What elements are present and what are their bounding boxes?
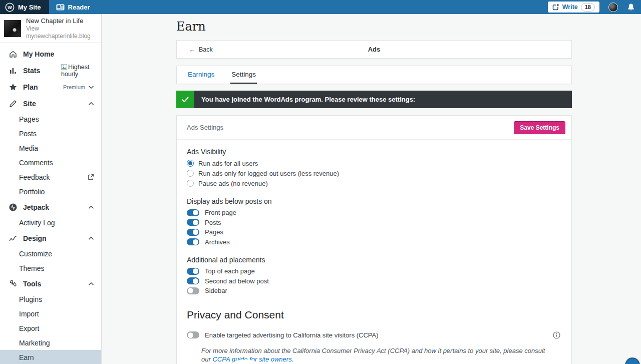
my-site-button[interactable]: W My Site xyxy=(0,0,49,14)
toggle-sidebar[interactable]: Sidebar xyxy=(187,286,560,296)
chevron-down-icon xyxy=(88,85,94,89)
chevron-up-icon xyxy=(88,205,94,209)
checkmark-icon xyxy=(176,91,194,108)
toggle-switch xyxy=(187,219,199,226)
sidebar-item-feedback[interactable]: Feedback xyxy=(0,170,101,184)
radio-icon xyxy=(187,170,194,177)
sidebar-item-tools[interactable]: Tools xyxy=(0,275,101,292)
notifications-bell-icon[interactable] xyxy=(627,3,635,12)
display-ads-group: Display ads below posts on Front page Po… xyxy=(187,197,560,247)
toggle-pages[interactable]: Pages xyxy=(187,227,560,237)
success-notice: You have joined the WordAds program. Ple… xyxy=(176,91,572,108)
additional-placements-group: Additional ad placements Top of each pag… xyxy=(187,256,560,296)
back-button[interactable]: ← Back xyxy=(189,46,213,53)
ads-header-bar: Ads ← Back xyxy=(176,40,572,59)
tab-earnings[interactable]: Earnings xyxy=(187,66,215,84)
sidebar-item-activity-log[interactable]: Activity Log xyxy=(0,215,101,230)
reader-label: Reader xyxy=(68,4,90,11)
site-thumbnail xyxy=(4,20,21,37)
toggle-switch xyxy=(187,229,199,236)
sidebar-item-themes[interactable]: Themes xyxy=(0,261,101,275)
toggle-front-page[interactable]: Front page xyxy=(187,208,560,218)
ads-tabs: Earnings Settings xyxy=(176,66,572,84)
stats-broken-image-badge: Highest hourly xyxy=(61,64,94,78)
sidebar-item-import[interactable]: Import xyxy=(0,306,101,321)
brush-icon xyxy=(8,234,18,243)
back-arrow-icon: ← xyxy=(189,46,196,53)
write-button[interactable]: Write 18 xyxy=(548,2,599,13)
section-label: Ads xyxy=(177,46,571,53)
toggle-top-of-each-page[interactable]: Top of each page xyxy=(187,266,560,276)
toggle-ccpa[interactable]: Enable targeted advertising to Californi… xyxy=(187,330,560,340)
sidebar-item-marketing[interactable]: Marketing xyxy=(0,335,101,350)
write-count-badge: 18 xyxy=(581,3,595,12)
toggle-switch xyxy=(187,277,199,284)
sidebar-item-plan[interactable]: Plan Premium xyxy=(0,79,101,95)
toggle-posts[interactable]: Posts xyxy=(187,218,560,228)
masthead: W My Site Reader Write 18 xyxy=(0,0,641,14)
sidebar-item-export[interactable]: Export xyxy=(0,321,101,335)
chevron-up-icon xyxy=(88,236,94,240)
pencil-icon xyxy=(8,99,18,108)
sidebar-item-jetpack[interactable]: Jetpack xyxy=(0,199,101,215)
sidebar-item-portfolio[interactable]: Portfolio xyxy=(0,184,101,199)
reader-button[interactable]: Reader xyxy=(49,0,97,14)
radio-pause-ads[interactable]: Pause ads (no revenue) xyxy=(187,178,560,188)
sidebar-item-earn[interactable]: Earn xyxy=(0,350,101,364)
sidebar-item-posts[interactable]: Posts xyxy=(0,126,101,141)
toggle-switch xyxy=(187,287,199,294)
toggle-switch xyxy=(187,268,199,275)
chevron-up-icon xyxy=(88,102,94,106)
home-icon xyxy=(8,50,18,59)
radio-icon xyxy=(187,180,194,187)
site-name: New Chapter in Life xyxy=(26,17,97,25)
avatar[interactable] xyxy=(608,3,618,12)
sidebar-item-my-home[interactable]: My Home xyxy=(0,46,101,62)
star-icon xyxy=(8,83,18,92)
card-title: Ads Settings xyxy=(187,124,223,131)
site-switcher[interactable]: New Chapter in Life View mynewchapterinl… xyxy=(0,14,101,43)
radio-run-ads-all-users[interactable]: Run ads for all users xyxy=(187,158,560,168)
sidebar-nav: My Home Stats Highest hourly Plan Premiu… xyxy=(0,43,101,364)
radio-icon xyxy=(187,160,194,167)
jetpack-icon xyxy=(8,203,18,212)
external-link-icon xyxy=(88,174,94,180)
chevron-up-icon xyxy=(88,282,94,286)
tab-settings[interactable]: Settings xyxy=(230,66,257,84)
toggle-switch xyxy=(187,238,199,245)
toggle-switch xyxy=(187,209,199,216)
notice-text: You have joined the WordAds program. Ple… xyxy=(194,91,422,108)
wrench-icon xyxy=(8,279,18,288)
toggle-archives[interactable]: Archives xyxy=(187,237,560,247)
site-url: View mynewchapterinlife.blog xyxy=(26,25,97,40)
sidebar-item-site[interactable]: Site xyxy=(0,95,101,112)
write-label: Write xyxy=(562,4,578,11)
write-icon xyxy=(552,4,559,11)
info-icon[interactable] xyxy=(553,331,560,339)
svg-text:W: W xyxy=(8,5,12,10)
ads-settings-card: Ads Settings Save Settings Ads Visibilit… xyxy=(176,115,572,364)
wordpress-logo-icon: W xyxy=(5,3,15,12)
page-title: Earn xyxy=(176,20,572,34)
sidebar-item-customize[interactable]: Customize xyxy=(0,246,101,261)
sidebar-item-pages[interactable]: Pages xyxy=(0,112,101,126)
sidebar-item-stats[interactable]: Stats Highest hourly xyxy=(0,62,101,79)
reader-icon xyxy=(56,4,65,11)
sidebar-item-plugins[interactable]: Plugins xyxy=(0,292,101,306)
stats-icon xyxy=(8,66,18,75)
toggle-switch xyxy=(187,331,199,338)
main-content: Earn Ads ← Back Earnings Settings You ha… xyxy=(102,14,641,364)
sidebar-item-comments[interactable]: Comments xyxy=(0,155,101,170)
sidebar-item-media[interactable]: Media xyxy=(0,141,101,155)
ccpa-toggle-row: Enable targeted advertising to Californi… xyxy=(187,330,560,340)
toggle-second-ad-below-post[interactable]: Second ad below post xyxy=(187,276,560,286)
sidebar: New Chapter in Life View mynewchapterinl… xyxy=(0,14,102,364)
privacy-heading: Privacy and Consent xyxy=(187,309,560,321)
my-site-label: My Site xyxy=(18,4,41,11)
sidebar-item-design[interactable]: Design xyxy=(0,230,101,246)
radio-run-ads-logged-out[interactable]: Run ads only for logged-out users (less … xyxy=(187,168,560,178)
save-settings-button[interactable]: Save Settings xyxy=(514,121,565,134)
plan-badge: Premium xyxy=(63,84,85,90)
ads-visibility-label: Ads Visibility xyxy=(187,148,560,156)
